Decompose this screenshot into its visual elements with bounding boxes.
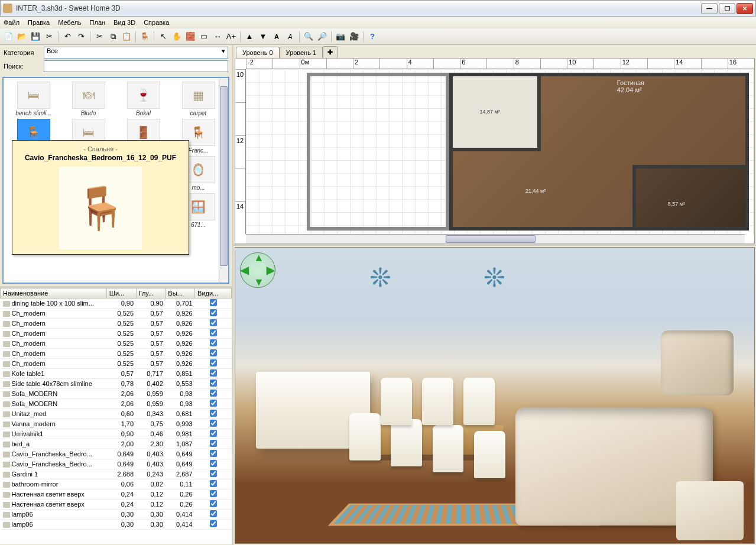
add-furniture-icon[interactable]: 🪑 — [139, 31, 151, 43]
catalog-item[interactable]: ▦carpet — [172, 82, 225, 116]
text-icon[interactable]: A+ — [225, 31, 237, 43]
visible-checkbox[interactable] — [210, 490, 217, 497]
3d-view[interactable]: ❊ ❊ ▲ ▼ ◀ ▶ — [235, 247, 755, 544]
prefs-icon[interactable]: ✂ — [43, 31, 55, 43]
table-row[interactable]: Vanna_modern1,700,750,993 — [1, 419, 232, 429]
tab-level-1[interactable]: Уровень 1 — [280, 47, 323, 58]
nav-left-icon[interactable]: ◀ — [241, 264, 249, 277]
table-row[interactable]: Umivalnik10,900,460,981 — [1, 429, 232, 439]
catalog-item[interactable]: 🍷Bokal — [117, 82, 170, 116]
pan-icon[interactable]: ✋ — [171, 31, 183, 43]
catalog-item[interactable]: 🛏bench slimli... — [7, 82, 60, 116]
new-icon[interactable]: 📄 — [2, 31, 14, 43]
visible-checkbox[interactable] — [210, 339, 217, 346]
visible-checkbox[interactable] — [210, 410, 217, 417]
bold-icon[interactable]: ▲ — [244, 31, 255, 43]
wall-icon[interactable]: 🧱 — [184, 31, 196, 43]
visible-checkbox[interactable] — [210, 420, 217, 427]
visible-checkbox[interactable] — [210, 440, 217, 447]
menu-file[interactable]: Файл — [4, 19, 20, 26]
tab-level-0[interactable]: Уровень 0 — [236, 47, 280, 58]
menu-plan[interactable]: План — [90, 19, 106, 26]
visible-checkbox[interactable] — [210, 349, 217, 356]
furniture-list[interactable]: НаименованиеШи...Глу...Вы...Види... dini… — [0, 286, 232, 544]
table-row[interactable]: bed_a2,002,301,087 — [1, 439, 232, 449]
plan-body[interactable]: Гостиная42,04 м² 14,87 м² 21,44 м² 8,57 … — [246, 69, 754, 234]
open-icon[interactable]: 📂 — [16, 31, 28, 43]
catalog-scrollbar[interactable] — [219, 78, 228, 283]
category-select[interactable]: Все ▾ — [44, 47, 228, 59]
column-header[interactable]: Вы... — [166, 288, 195, 299]
menu-edit[interactable]: Правка — [28, 19, 50, 26]
column-header[interactable]: Ши... — [106, 288, 136, 299]
italic-icon[interactable]: ▼ — [257, 31, 269, 43]
paste-icon[interactable]: 📋 — [121, 31, 132, 43]
furniture-catalog[interactable]: 🛏bench slimli...🍽Bludo🍷Bokal▦carpet🪑Ca..… — [2, 77, 229, 284]
menu-help[interactable]: Справка — [144, 19, 169, 26]
visible-checkbox[interactable] — [210, 359, 217, 366]
nav-down-icon[interactable]: ▼ — [254, 276, 264, 288]
table-row[interactable]: Kofe table10,570,7170,851 — [1, 369, 232, 379]
3d-nav-compass[interactable]: ▲ ▼ ◀ ▶ — [240, 252, 275, 288]
select-icon[interactable]: ↖ — [157, 31, 169, 43]
table-row[interactable]: Настенная светит вверх0,240,120,26 — [1, 499, 232, 510]
table-row[interactable]: lamp060,300,300,414 — [1, 510, 232, 520]
undo-icon[interactable]: ↶ — [61, 31, 73, 43]
table-row[interactable]: Unitaz_med0,600,3430,681 — [1, 409, 232, 419]
dimension-icon[interactable]: ↔ — [212, 31, 223, 43]
table-row[interactable]: Настенная светит вверх0,240,120,26 — [1, 489, 232, 499]
plan-canvas[interactable]: -20м246810121416 101214 Гостиная42,04 м²… — [235, 58, 755, 244]
zoom-in-icon[interactable]: 🔍 — [303, 31, 314, 43]
maximize-button[interactable]: ❐ — [719, 3, 735, 14]
search-input[interactable] — [44, 60, 228, 72]
table-row[interactable]: Ch_modern0,5250,570,926 — [1, 349, 232, 359]
table-row[interactable]: Side table 40x78cm slimline0,780,4020,55… — [1, 379, 232, 389]
help-icon[interactable]: ? — [366, 31, 378, 43]
table-row[interactable]: Cavio_Francheska_Bedro...0,6490,4030,649 — [1, 459, 232, 469]
visible-checkbox[interactable] — [210, 520, 217, 527]
visible-checkbox[interactable] — [210, 309, 217, 316]
visible-checkbox[interactable] — [210, 299, 217, 306]
visible-checkbox[interactable] — [210, 400, 217, 407]
table-row[interactable]: bathroom-mirror0,060,020,11 — [1, 479, 232, 489]
visible-checkbox[interactable] — [210, 319, 217, 326]
nav-right-icon[interactable]: ▶ — [267, 264, 275, 277]
table-row[interactable]: Ch_modern0,5250,570,926 — [1, 309, 232, 319]
column-header[interactable]: Глу... — [136, 288, 166, 299]
visible-checkbox[interactable] — [210, 450, 217, 457]
nav-up-icon[interactable]: ▲ — [254, 252, 264, 264]
redo-icon[interactable]: ↷ — [75, 31, 87, 43]
table-row[interactable]: Cavio_Francheska_Bedro...0,6490,4030,649 — [1, 449, 232, 459]
visible-checkbox[interactable] — [210, 369, 217, 377]
font-icon[interactable]: A — [271, 31, 283, 43]
table-row[interactable]: Ch_modern0,5250,570,926 — [1, 339, 232, 349]
table-row[interactable]: dining table 100 x 100 slim...0,900,900,… — [1, 299, 232, 309]
plan-scrollbar-h[interactable] — [246, 234, 745, 244]
save-icon[interactable]: 💾 — [30, 31, 41, 43]
copy-icon[interactable]: ⧉ — [107, 31, 119, 43]
visible-checkbox[interactable] — [210, 390, 217, 397]
zoom-out-icon[interactable]: 🔎 — [316, 31, 328, 43]
table-row[interactable]: lamp060,300,300,414 — [1, 520, 232, 530]
table-row[interactable]: Ch_modern0,5250,570,926 — [1, 329, 232, 339]
room-icon[interactable]: ▭ — [198, 31, 210, 43]
visible-checkbox[interactable] — [210, 379, 217, 387]
cut-icon[interactable]: ✂ — [93, 31, 105, 43]
table-row[interactable]: Sofa_MODERN2,060,9590,93 — [1, 399, 232, 409]
table-row[interactable]: Gardini 12,6880,2432,687 — [1, 469, 232, 479]
visible-checkbox[interactable] — [210, 460, 217, 467]
visible-checkbox[interactable] — [210, 329, 217, 336]
visible-checkbox[interactable] — [210, 430, 217, 437]
menu-furniture[interactable]: Мебель — [58, 19, 81, 26]
visible-checkbox[interactable] — [210, 470, 217, 477]
table-row[interactable]: Ch_modern0,5250,570,926 — [1, 359, 232, 369]
visible-checkbox[interactable] — [210, 510, 217, 517]
column-header[interactable]: Наименование — [1, 288, 107, 299]
video-icon[interactable]: 🎥 — [348, 31, 360, 43]
tab-add-level[interactable]: ✚ — [323, 46, 338, 58]
visible-checkbox[interactable] — [210, 480, 217, 487]
table-row[interactable]: Ch_modern0,5250,570,926 — [1, 319, 232, 329]
photo-icon[interactable]: 📷 — [335, 31, 346, 43]
column-header[interactable]: Види... — [195, 288, 232, 299]
table-row[interactable]: Sofa_MODERN2,060,9590,93 — [1, 389, 232, 399]
